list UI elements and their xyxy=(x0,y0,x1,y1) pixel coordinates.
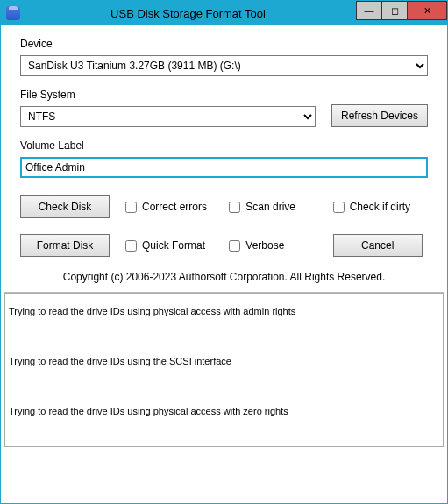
app-window: USB Disk Storage Format Tool — ◻ ✕ Devic… xyxy=(0,0,448,504)
correct-errors-checkbox[interactable]: Correct errors xyxy=(125,201,220,213)
quick-format-input[interactable] xyxy=(125,240,137,252)
window-buttons: — ◻ ✕ xyxy=(356,1,447,25)
scan-drive-input[interactable] xyxy=(229,202,240,213)
volume-label: Volume Label xyxy=(20,139,428,152)
quick-format-label: Quick Format xyxy=(142,239,205,252)
check-dirty-label: Check if dirty xyxy=(350,201,410,213)
titlebar: USB Disk Storage Format Tool — ◻ ✕ xyxy=(1,1,447,25)
device-select[interactable]: SanDisk U3 Titanium 3.27GB (3911 MB) (G:… xyxy=(20,55,428,76)
copyright-text: Copyright (c) 2006-2023 Authorsoft Corpo… xyxy=(20,271,428,283)
format-disk-button[interactable]: Format Disk xyxy=(20,234,110,257)
minimize-button[interactable]: — xyxy=(356,1,382,20)
volume-input[interactable] xyxy=(20,157,428,178)
device-label: Device xyxy=(20,38,428,50)
check-disk-button[interactable]: Check Disk xyxy=(20,195,110,218)
verbose-label: Verbose xyxy=(245,239,284,252)
check-dirty-checkbox[interactable]: Check if dirty xyxy=(333,201,428,213)
close-button[interactable]: ✕ xyxy=(407,1,447,20)
verbose-checkbox[interactable]: Verbose xyxy=(229,239,324,252)
filesystem-select[interactable]: NTFS xyxy=(20,106,316,127)
usb-drive-icon xyxy=(6,6,20,20)
client-area: Device SanDisk U3 Titanium 3.27GB (3911 … xyxy=(1,25,447,503)
check-dirty-input[interactable] xyxy=(333,202,345,213)
correct-errors-label: Correct errors xyxy=(142,201,207,213)
verbose-input[interactable] xyxy=(229,240,240,252)
maximize-button[interactable]: ◻ xyxy=(381,1,408,20)
scan-drive-checkbox[interactable]: Scan drive xyxy=(229,201,324,213)
log-area xyxy=(4,292,444,450)
cancel-button[interactable]: Cancel xyxy=(333,234,423,257)
device-group: Device SanDisk U3 Titanium 3.27GB (3911 … xyxy=(20,38,428,76)
window-title: USB Disk Storage Format Tool xyxy=(20,7,356,20)
correct-errors-input[interactable] xyxy=(125,202,137,213)
options-grid: Check Disk Correct errors Scan drive Che… xyxy=(20,195,428,257)
filesystem-label: File System xyxy=(20,89,316,101)
filesystem-group: File System NTFS Refresh Devices xyxy=(20,89,428,127)
volume-group: Volume Label xyxy=(20,139,428,178)
quick-format-checkbox[interactable]: Quick Format xyxy=(125,239,220,252)
refresh-devices-button[interactable]: Refresh Devices xyxy=(331,104,428,127)
log-output[interactable] xyxy=(4,293,444,447)
scan-drive-label: Scan drive xyxy=(245,201,295,213)
